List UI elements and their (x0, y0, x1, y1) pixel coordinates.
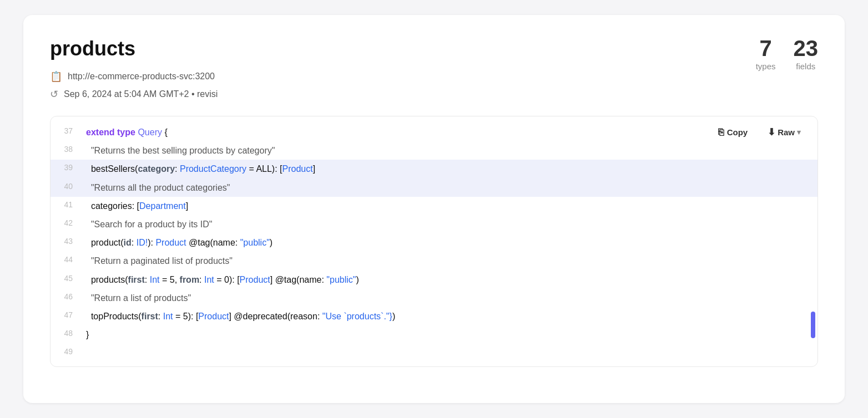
download-icon: ⬇ (768, 126, 775, 138)
line-content: bestSellers(category: ProductCategory = … (82, 160, 817, 178)
line-content: products(first: Int = 5, from: Int = 0):… (82, 271, 817, 289)
header: products 📋 http://e-commerce-products-sv… (50, 37, 818, 100)
code-panel: ⎘ Copy ⬇ Raw ▾ 37extend type Query {38 "… (50, 116, 818, 367)
table-row: 40 "Returns all the product categories" (51, 179, 817, 197)
service-url: http://e-commerce-products-svc:3200 (68, 72, 215, 81)
line-number: 48 (51, 325, 82, 344)
line-number: 38 (51, 141, 82, 160)
line-number: 43 (51, 233, 82, 252)
line-number: 40 (51, 179, 82, 197)
line-number: 37 (51, 123, 82, 141)
code-block: 37extend type Query {38 "Returns the bes… (51, 116, 817, 366)
line-number: 47 (51, 307, 82, 325)
table-row: 42 "Search for a product by its ID" (51, 215, 817, 233)
line-content: "Search for a product by its ID" (82, 215, 817, 233)
table-row: 48} (51, 325, 817, 344)
line-content: "Return a list of products" (82, 289, 817, 307)
table-row: 47 topProducts(first: Int = 5): [Product… (51, 307, 817, 325)
types-label: types (756, 62, 776, 71)
raw-label: Raw (778, 128, 795, 137)
table-row: 43 product(id: ID!): Product @tag(name: … (51, 233, 817, 252)
table-row: 38 "Returns the best selling products by… (51, 141, 817, 160)
chevron-down-icon: ▾ (797, 128, 801, 136)
page-title: products (50, 37, 218, 60)
copy-label: Copy (727, 128, 748, 137)
header-left: products 📋 http://e-commerce-products-sv… (50, 37, 218, 100)
line-number: 44 (51, 252, 82, 270)
url-row: 📋 http://e-commerce-products-svc:3200 (50, 70, 218, 83)
line-content: "Returns all the product categories" (82, 179, 817, 197)
scrollbar-thumb[interactable] (811, 312, 815, 338)
copy-icon: ⎘ (718, 127, 724, 138)
line-content: topProducts(first: Int = 5): [Product] @… (82, 307, 817, 325)
table-row: 39 bestSellers(category: ProductCategory… (51, 160, 817, 178)
main-card: products 📋 http://e-commerce-products-sv… (23, 15, 845, 403)
copy-button[interactable]: ⎘ Copy (713, 124, 754, 141)
fields-stat: 23 fields (794, 37, 819, 71)
line-content: product(id: ID!): Product @tag(name: "pu… (82, 233, 817, 252)
history-icon: ↺ (50, 88, 58, 100)
line-content: } (82, 325, 817, 344)
table-row: 41 categories: [Department] (51, 197, 817, 215)
line-number: 46 (51, 289, 82, 307)
types-count: 7 (759, 37, 771, 59)
line-number: 41 (51, 197, 82, 215)
raw-button[interactable]: ⬇ Raw ▾ (762, 123, 806, 141)
table-row: 49 (51, 344, 817, 362)
table-row: 44 "Return a paginated list of products" (51, 252, 817, 270)
line-number: 45 (51, 271, 82, 289)
line-number: 42 (51, 215, 82, 233)
scrollbar-track[interactable] (811, 116, 815, 366)
line-content: "Returns the best selling products by ca… (82, 141, 817, 160)
line-number: 39 (51, 160, 82, 178)
timestamp-row: ↺ Sep 6, 2024 at 5:04 AM GMT+2 • revisi (50, 88, 218, 100)
table-row: 45 products(first: Int = 5, from: Int = … (51, 271, 817, 289)
header-meta: 📋 http://e-commerce-products-svc:3200 ↺ … (50, 70, 218, 100)
line-content: categories: [Department] (82, 197, 817, 215)
line-content (82, 344, 817, 362)
code-toolbar: ⎘ Copy ⬇ Raw ▾ (713, 123, 806, 141)
line-number: 49 (51, 344, 82, 362)
table-row: 46 "Return a list of products" (51, 289, 817, 307)
fields-label: fields (796, 62, 815, 71)
timestamp-text: Sep 6, 2024 at 5:04 AM GMT+2 • revisi (64, 89, 218, 99)
header-stats: 7 types 23 fields (756, 37, 818, 71)
line-content: extend type Query { (82, 123, 817, 141)
types-stat: 7 types (756, 37, 776, 71)
line-content: "Return a paginated list of products" (82, 252, 817, 270)
clipboard-icon: 📋 (50, 70, 62, 83)
table-row: 37extend type Query { (51, 123, 817, 141)
fields-count: 23 (794, 37, 819, 59)
